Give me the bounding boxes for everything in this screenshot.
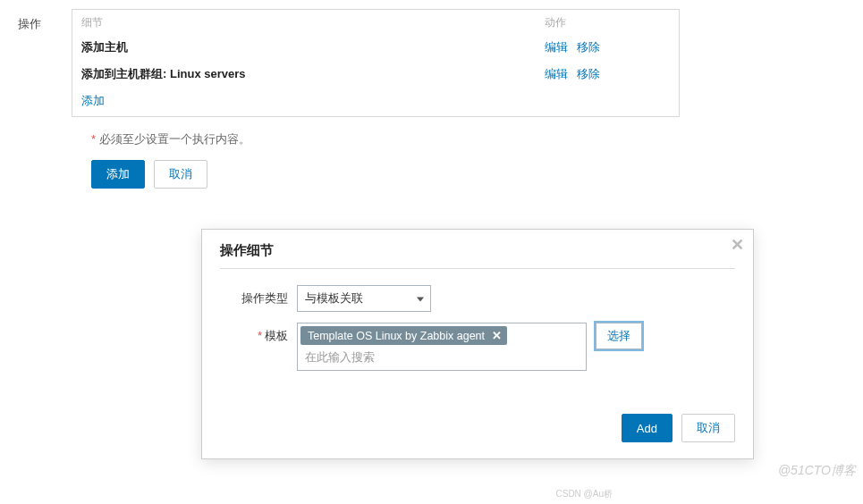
required-hint: *必须至少设置一个执行内容。 xyxy=(91,131,845,147)
operations-label: 操作 xyxy=(18,9,72,32)
row-detail: 添加主机 xyxy=(81,39,545,55)
template-label: *模板 xyxy=(220,323,297,344)
row-detail: 添加到主机群组: Linux servers xyxy=(81,66,545,82)
watermark: CSDN @Au桥 xyxy=(556,488,613,500)
watermark: @51CTO博客 xyxy=(778,463,856,479)
table-row: 添加主机 编辑 移除 xyxy=(72,34,679,61)
edit-link[interactable]: 编辑 xyxy=(545,40,568,54)
template-multiselect[interactable]: Template OS Linux by Zabbix agent ✕ 在此输入… xyxy=(297,323,587,371)
modal-title: 操作细节 xyxy=(220,242,735,269)
close-icon[interactable]: ✕ xyxy=(731,237,744,253)
table-row: 添加到主机群组: Linux servers 编辑 移除 xyxy=(72,61,679,88)
operation-type-select[interactable]: 与模板关联 xyxy=(297,285,431,312)
operation-detail-modal: ✕ 操作细节 操作类型 与模板关联 *模板 Template OS Linux … xyxy=(201,229,754,459)
remove-link[interactable]: 移除 xyxy=(577,67,600,80)
operations-table: 细节 动作 添加主机 编辑 移除 添加到主机群组: Linux servers … xyxy=(72,9,680,117)
edit-link[interactable]: 编辑 xyxy=(545,67,568,80)
add-button[interactable]: 添加 xyxy=(91,160,145,189)
col-header-action: 动作 xyxy=(545,15,670,30)
remove-link[interactable]: 移除 xyxy=(577,40,600,54)
modal-add-button[interactable]: Add xyxy=(622,414,673,442)
operation-type-label: 操作类型 xyxy=(220,285,297,307)
chevron-down-icon xyxy=(417,298,424,302)
select-button[interactable]: 选择 xyxy=(596,323,642,349)
cancel-button[interactable]: 取消 xyxy=(154,160,207,189)
template-search-placeholder[interactable]: 在此输入搜索 xyxy=(300,346,584,368)
operation-type-value: 与模板关联 xyxy=(305,290,363,307)
col-header-detail: 细节 xyxy=(81,15,545,30)
add-operation-link[interactable]: 添加 xyxy=(72,88,679,116)
modal-cancel-button[interactable]: 取消 xyxy=(681,414,735,442)
tag-remove-icon[interactable]: ✕ xyxy=(492,329,502,342)
template-tag: Template OS Linux by Zabbix agent ✕ xyxy=(300,326,507,345)
